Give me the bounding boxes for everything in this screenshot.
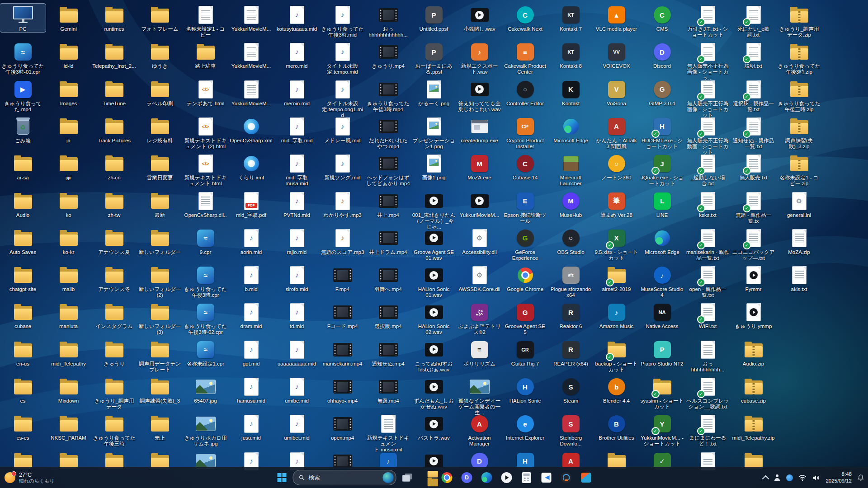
taskbar-clip-studio[interactable] xyxy=(577,469,595,487)
desktop-icon[interactable]: ♪mero.mid xyxy=(274,41,320,69)
desktop-icon[interactable]: BBrother Utilities xyxy=(594,413,639,441)
taskbar-photos[interactable] xyxy=(538,469,556,487)
desktop-icon[interactable]: 井上.mp4 xyxy=(365,190,411,218)
desktop-icon[interactable]: きゅうりボカロ用サムネ.jpg xyxy=(183,413,228,447)
desktop-icon[interactable]: CCubase 14 xyxy=(502,152,548,181)
desktop-icon[interactable]: 答え知ってても全乗じわこれい.wav xyxy=(457,78,502,113)
desktop-icon[interactable]: ♪Amazon Music xyxy=(594,301,639,329)
desktop-icon[interactable]: NANative Access xyxy=(639,301,685,329)
desktop-icon[interactable]: ♪aorin.mid xyxy=(228,227,274,255)
desktop-icon[interactable]: id-id xyxy=(46,41,91,69)
desktop-icon[interactable]: TimeTune xyxy=(91,78,137,107)
desktop-icon[interactable]: CCMS xyxy=(639,4,685,32)
start-button[interactable] xyxy=(273,469,291,487)
desktop-icon[interactable]: だれだFXいれたやつ.mp4 xyxy=(365,115,411,150)
desktop-icon[interactable]: ko-kr xyxy=(46,227,91,255)
desktop-icon[interactable]: ohhayo-.mp4 xyxy=(320,375,365,404)
desktop-icon[interactable]: KKontakt xyxy=(548,78,594,107)
desktop-icon[interactable]: GRGuitar Rig 7 xyxy=(502,338,548,367)
desktop-icon[interactable]: midi_Telepathy xyxy=(46,338,91,367)
desktop-icon[interactable]: PPiapro Studio NT2 xyxy=(639,338,685,367)
desktop-icon[interactable]: ♪uaaaaaaaaa.mid xyxy=(274,338,320,367)
desktop-icon[interactable]: ✓_起動しない場合.txt xyxy=(685,152,731,187)
desktop-icon[interactable]: Audio xyxy=(0,190,46,218)
desktop-icon[interactable]: CCakewalk Next xyxy=(502,4,548,32)
desktop-icon[interactable]: きゅうり_調声用データ.zip xyxy=(776,4,822,38)
desktop-icon[interactable]: NKSC_PARAM xyxy=(46,413,91,441)
desktop-icon[interactable]: CPCrypton Product Installer xyxy=(502,115,548,150)
desktop-icon[interactable]: YukkuriMovieM... xyxy=(228,4,274,32)
desktop-icon[interactable]: ○ノートン360 xyxy=(594,152,639,181)
desktop-icon[interactable]: ♪gpt.mid xyxy=(228,338,274,367)
taskbar-task-view[interactable] xyxy=(398,469,416,487)
desktop-icon[interactable]: eInternet Explorer xyxy=(502,413,548,441)
desktop-icon[interactable]: Fymmr xyxy=(731,264,776,292)
desktop-icon[interactable]: ✓open - 親作品一覧.txt xyxy=(685,264,731,298)
desktop-icon[interactable]: 選択版.mp4 xyxy=(365,301,411,329)
desktop-icon[interactable]: ko xyxy=(46,190,91,218)
desktop-icon[interactable]: ≡Cakewalk Product Center xyxy=(502,41,548,75)
desktop-icon[interactable]: 井上ドラム.mp4 xyxy=(365,227,411,255)
desktop-icon[interactable]: ✓manisekarin - 親作品一覧.txt xyxy=(685,227,731,261)
desktop-icon[interactable]: AActivation Manager xyxy=(457,413,502,447)
desktop-icon[interactable]: ぷぷよぷよ™テトリス®2 xyxy=(457,301,502,335)
search-highlight-image[interactable] xyxy=(383,472,394,483)
taskbar-calculator[interactable] xyxy=(518,469,536,487)
desktop-icon[interactable]: Aかんたん！AITalk 3 関西風 xyxy=(594,115,639,150)
desktop-icon[interactable]: 羽舞へ.mp4 xyxy=(365,264,411,292)
desktop-icon[interactable]: ja xyxy=(46,115,91,144)
desktop-icon[interactable]: X✓9.5.xlsx - ショートカット xyxy=(594,227,639,261)
desktop-icon[interactable]: ✓ヘルスコンプレッション__歌詞.txt xyxy=(685,375,731,410)
desktop-icon[interactable]: Mixdown xyxy=(46,375,91,404)
desktop-icon[interactable]: ヘッドフォンはずしてどぁかり.mp4 xyxy=(365,152,411,187)
taskbar-discord[interactable]: D xyxy=(458,469,476,487)
desktop-icon[interactable]: 画像1.png xyxy=(411,152,457,181)
desktop-icon[interactable]: 新しいフォルダー xyxy=(137,227,183,255)
desktop-icon[interactable]: ▶きゅうり食ってた.mp4 xyxy=(0,78,46,113)
tray-show-hidden-icons[interactable] xyxy=(763,474,768,481)
desktop-icon[interactable]: きゅうり.mp4 xyxy=(365,41,411,69)
desktop-icon[interactable]: レジ袋有料 xyxy=(137,115,183,144)
desktop-icon[interactable]: バストラ.wav xyxy=(411,413,457,441)
desktop-icon[interactable]: ✓無人販売不正行為動画 - ショートカット xyxy=(685,115,731,155)
desktop-icon[interactable]: Auto Saves xyxy=(0,227,46,255)
desktop-icon[interactable]: YukkuriMovieM... xyxy=(228,41,274,69)
desktop-icon[interactable]: runtimes xyxy=(91,4,137,32)
desktop-icon[interactable]: ≈名称未設定1.cpr xyxy=(183,338,228,367)
tray-notifications[interactable] xyxy=(857,474,864,481)
desktop-icon[interactable]: 新しいフォルダー (3) xyxy=(137,301,183,335)
desktop-icon[interactable]: ○Controller Editor xyxy=(502,78,548,107)
desktop-icon[interactable]: ♪jusu.mid xyxy=(228,413,274,441)
desktop-icon[interactable]: MoZA.zip xyxy=(776,227,822,255)
tray-app-dot[interactable] xyxy=(786,474,793,481)
desktop-icon[interactable]: ✓WIFI.txt xyxy=(685,301,731,329)
desktop-icon[interactable]: PUntitled.ppsf xyxy=(411,4,457,32)
desktop-icon[interactable]: J✓JQuake.exe - ショートカット xyxy=(639,152,685,187)
desktop-icon[interactable]: ♪dram.mid xyxy=(228,301,274,329)
desktop-icon[interactable]: </>テンポあて.html xyxy=(183,78,228,107)
desktop-icon[interactable]: KTKontakt 8 xyxy=(548,41,594,69)
desktop-icon[interactable]: ✓通知せぬ - 親作品一覧.txt xyxy=(731,115,776,150)
desktop-icon[interactable]: </>新規テキストドキュメント.html xyxy=(183,152,228,187)
desktop-icon[interactable]: ずんだもん_しおかぜぬ.wav xyxy=(411,375,457,410)
desktop-icon[interactable]: Microsoft Edge xyxy=(639,227,685,255)
desktop-icon[interactable]: ラベル印刷 xyxy=(137,78,183,107)
desktop-icon[interactable]: ♪新規エクスポート.wav xyxy=(457,41,502,75)
desktop-icon[interactable]: ♪mid_字取musa.mid xyxy=(274,152,320,187)
weather-widget[interactable]: 27°C 晴れのちくもり xyxy=(5,472,55,484)
desktop-icon[interactable]: 路上駐車 xyxy=(183,41,228,69)
desktop-icon[interactable]: HALion Sonic 02.wav xyxy=(411,301,457,335)
desktop-icon[interactable]: ✓backup - ショートカット xyxy=(594,338,639,373)
desktop-icon[interactable]: cubase xyxy=(0,301,46,329)
desktop-icon[interactable]: ♪わかりやす.mp3 xyxy=(320,190,365,218)
desktop-icon[interactable]: ✓ニコニコバックアップ―.txt xyxy=(731,227,776,261)
desktop-icon[interactable]: 営業日変更 xyxy=(137,152,183,181)
desktop-icon[interactable]: ♪メドレー風.mid xyxy=(320,115,365,144)
tray-person[interactable] xyxy=(774,474,781,481)
desktop-icon[interactable]: ○OBS Studio xyxy=(548,227,594,255)
desktop-icon[interactable]: ✓まにまにわーるど！.txt xyxy=(685,413,731,447)
desktop-icon[interactable]: maniuta xyxy=(46,301,91,329)
desktop-icon[interactable]: cubase.zip xyxy=(731,375,776,404)
taskbar-media-player[interactable] xyxy=(498,469,516,487)
desktop-icon[interactable]: OpenCvSharp.xml xyxy=(228,115,274,144)
